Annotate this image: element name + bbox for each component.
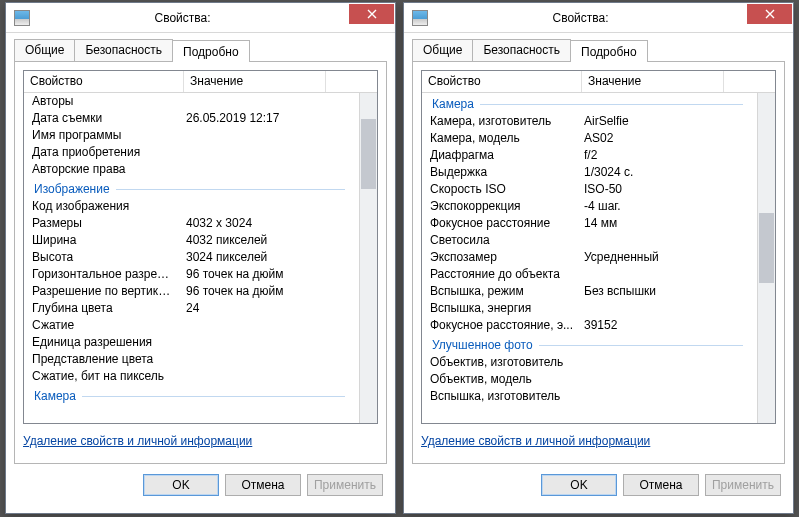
- ok-button[interactable]: OK: [541, 474, 617, 496]
- cancel-button[interactable]: Отмена: [225, 474, 301, 496]
- property-value: AirSelfie: [582, 114, 631, 129]
- col-property[interactable]: Свойство: [422, 71, 582, 92]
- property-name: Вспышка, режим: [422, 284, 582, 299]
- properties-window-left: Свойства: Общие Безопасность Подробно Св…: [5, 2, 396, 514]
- property-row[interactable]: Камера, изготовительAirSelfie: [422, 113, 751, 130]
- property-value: [184, 145, 188, 160]
- titlebar[interactable]: Свойства:: [6, 3, 395, 33]
- col-value[interactable]: Значение: [582, 71, 724, 92]
- property-value: 26.05.2019 12:17: [184, 111, 281, 126]
- titlebar[interactable]: Свойства:: [404, 3, 793, 33]
- property-row[interactable]: Вспышка, изготовитель: [422, 388, 751, 405]
- list-body[interactable]: КамераКамера, изготовительAirSelfieКамер…: [422, 93, 751, 423]
- list-body[interactable]: АвторыДата съемки26.05.2019 12:17Имя про…: [24, 93, 353, 423]
- property-row[interactable]: Ширина4032 пикселей: [24, 232, 353, 249]
- property-row[interactable]: Диафрагмаf/2: [422, 147, 751, 164]
- properties-list[interactable]: Свойство Значение АвторыДата съемки26.05…: [23, 70, 378, 424]
- property-name: Экспокоррекция: [422, 199, 582, 214]
- property-row[interactable]: Горизонтальное разреше...96 точек на дюй…: [24, 266, 353, 283]
- cancel-button[interactable]: Отмена: [623, 474, 699, 496]
- tab-details[interactable]: Подробно: [172, 40, 250, 62]
- col-value[interactable]: Значение: [184, 71, 326, 92]
- property-row[interactable]: Вспышка, режимБез вспышки: [422, 283, 751, 300]
- scrollbar[interactable]: [757, 93, 775, 423]
- property-name: Представление цвета: [24, 352, 184, 367]
- property-value: [184, 94, 188, 109]
- property-value: 1/3024 с.: [582, 165, 635, 180]
- col-property[interactable]: Свойство: [24, 71, 184, 92]
- button-bar: OK Отмена Применить: [14, 464, 387, 500]
- property-row[interactable]: Объектив, модель: [422, 371, 751, 388]
- property-value: [582, 301, 586, 316]
- property-value: 14 мм: [582, 216, 619, 231]
- ok-button[interactable]: OK: [143, 474, 219, 496]
- property-row[interactable]: Фокусное расстояние, э...39152: [422, 317, 751, 334]
- scroll-thumb[interactable]: [759, 213, 774, 283]
- property-name: Ширина: [24, 233, 184, 248]
- details-panel: Свойство Значение АвторыДата съемки26.05…: [14, 62, 387, 464]
- property-row[interactable]: Авторские права: [24, 161, 353, 178]
- property-name: Камера, модель: [422, 131, 582, 146]
- property-row[interactable]: Вспышка, энергия: [422, 300, 751, 317]
- tab-security[interactable]: Безопасность: [472, 39, 571, 61]
- property-value: Без вспышки: [582, 284, 658, 299]
- property-row[interactable]: Сжатие, бит на пиксель: [24, 368, 353, 385]
- property-row[interactable]: Сжатие: [24, 317, 353, 334]
- property-row[interactable]: Объектив, изготовитель: [422, 354, 751, 371]
- property-value: AS02: [582, 131, 615, 146]
- property-value: [184, 352, 188, 367]
- property-row[interactable]: Глубина цвета24: [24, 300, 353, 317]
- tab-bar: Общие Безопасность Подробно: [412, 39, 785, 62]
- property-row[interactable]: Дата съемки26.05.2019 12:17: [24, 110, 353, 127]
- property-row[interactable]: ЭкспозамерУсредненный: [422, 249, 751, 266]
- property-row[interactable]: Представление цвета: [24, 351, 353, 368]
- property-value: [582, 267, 586, 282]
- property-name: Выдержка: [422, 165, 582, 180]
- group-header: Улучшенное фото: [422, 334, 751, 354]
- property-row[interactable]: Авторы: [24, 93, 353, 110]
- property-name: Имя программы: [24, 128, 184, 143]
- group-label: Камера: [34, 389, 76, 403]
- property-name: Фокусное расстояние, э...: [422, 318, 582, 333]
- property-name: Вспышка, энергия: [422, 301, 582, 316]
- property-row[interactable]: Светосила: [422, 232, 751, 249]
- scrollbar[interactable]: [359, 93, 377, 423]
- list-header: Свойство Значение: [422, 71, 775, 93]
- tab-general[interactable]: Общие: [14, 39, 75, 61]
- property-row[interactable]: Камера, модельAS02: [422, 130, 751, 147]
- close-button[interactable]: [747, 4, 792, 24]
- property-row[interactable]: Экспокоррекция-4 шаг.: [422, 198, 751, 215]
- property-row[interactable]: Фокусное расстояние14 мм: [422, 215, 751, 232]
- remove-properties-link[interactable]: Удаление свойств и личной информации: [23, 434, 252, 448]
- property-value: [184, 199, 188, 214]
- property-value: [582, 372, 586, 387]
- property-row[interactable]: Дата приобретения: [24, 144, 353, 161]
- property-row[interactable]: Высота3024 пикселей: [24, 249, 353, 266]
- property-row[interactable]: Имя программы: [24, 127, 353, 144]
- property-row[interactable]: Скорость ISOISO-50: [422, 181, 751, 198]
- group-header: Камера: [422, 93, 751, 113]
- property-value: [184, 335, 188, 350]
- property-name: Сжатие: [24, 318, 184, 333]
- property-row[interactable]: Выдержка1/3024 с.: [422, 164, 751, 181]
- property-name: Фокусное расстояние: [422, 216, 582, 231]
- tab-general[interactable]: Общие: [412, 39, 473, 61]
- tab-details[interactable]: Подробно: [570, 40, 648, 62]
- scroll-thumb[interactable]: [361, 119, 376, 189]
- group-header: Изображение: [24, 178, 353, 198]
- apply-button[interactable]: Применить: [307, 474, 383, 496]
- property-row[interactable]: Код изображения: [24, 198, 353, 215]
- property-row[interactable]: Единица разрешения: [24, 334, 353, 351]
- property-row[interactable]: Разрешение по вертикали96 точек на дюйм: [24, 283, 353, 300]
- remove-properties-link[interactable]: Удаление свойств и личной информации: [421, 434, 650, 448]
- properties-list[interactable]: Свойство Значение КамераКамера, изготови…: [421, 70, 776, 424]
- property-name: Объектив, изготовитель: [422, 355, 582, 370]
- close-button[interactable]: [349, 4, 394, 24]
- property-row[interactable]: Расстояние до объекта: [422, 266, 751, 283]
- apply-button[interactable]: Применить: [705, 474, 781, 496]
- property-value: 39152: [582, 318, 619, 333]
- group-label: Улучшенное фото: [432, 338, 533, 352]
- property-value: [582, 389, 586, 404]
- property-row[interactable]: Размеры4032 x 3024: [24, 215, 353, 232]
- tab-security[interactable]: Безопасность: [74, 39, 173, 61]
